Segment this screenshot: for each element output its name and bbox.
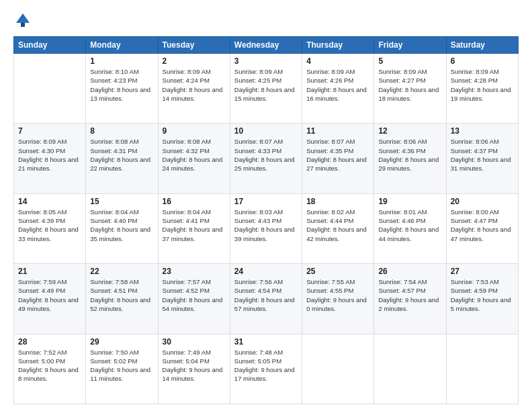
calendar-cell: 18Sunrise: 8:02 AMSunset: 4:44 PMDayligh… — [302, 193, 374, 263]
day-number: 10 — [234, 126, 298, 136]
day-info: Sunrise: 8:07 AMSunset: 4:33 PMDaylight:… — [234, 137, 298, 173]
day-number: 3 — [234, 56, 298, 66]
calendar-cell — [302, 334, 374, 404]
day-number: 30 — [163, 337, 226, 347]
day-number: 28 — [18, 337, 81, 347]
calendar-cell: 21Sunrise: 7:59 AMSunset: 4:49 PMDayligh… — [14, 264, 86, 334]
day-info: Sunrise: 7:53 AMSunset: 4:59 PMDaylight:… — [451, 277, 514, 313]
day-info: Sunrise: 8:04 AMSunset: 4:41 PMDaylight:… — [163, 208, 226, 243]
calendar-cell: 9Sunrise: 8:08 AMSunset: 4:32 PMDaylight… — [158, 124, 230, 193]
day-number: 11 — [306, 126, 369, 136]
calendar-cell: 11Sunrise: 8:07 AMSunset: 4:35 PMDayligh… — [302, 124, 374, 193]
calendar-cell: 12Sunrise: 8:06 AMSunset: 4:36 PMDayligh… — [374, 124, 446, 193]
day-info: Sunrise: 8:07 AMSunset: 4:35 PMDaylight:… — [306, 137, 369, 173]
calendar-cell: 2Sunrise: 8:09 AMSunset: 4:24 PMDaylight… — [158, 54, 230, 124]
day-number: 6 — [451, 56, 514, 66]
calendar-cell — [374, 334, 446, 404]
day-number: 21 — [18, 267, 81, 276]
calendar-week-row: 28Sunrise: 7:52 AMSunset: 5:00 PMDayligh… — [14, 334, 519, 404]
day-info: Sunrise: 7:56 AMSunset: 4:54 PMDaylight:… — [234, 277, 298, 313]
day-number: 7 — [18, 126, 81, 136]
calendar-cell: 20Sunrise: 8:00 AMSunset: 4:47 PMDayligh… — [446, 193, 518, 263]
day-info: Sunrise: 8:00 AMSunset: 4:47 PMDaylight:… — [451, 208, 514, 243]
day-number: 4 — [306, 56, 369, 66]
weekday-header: Friday — [374, 37, 446, 54]
calendar-cell: 15Sunrise: 8:04 AMSunset: 4:40 PMDayligh… — [86, 193, 158, 263]
logo-icon — [13, 11, 32, 30]
day-number: 2 — [163, 56, 226, 66]
day-number: 14 — [18, 197, 81, 206]
weekday-header: Sunday — [14, 37, 86, 54]
day-number: 12 — [378, 126, 441, 136]
calendar-cell: 8Sunrise: 8:08 AMSunset: 4:31 PMDaylight… — [86, 124, 158, 193]
weekday-header: Tuesday — [158, 37, 230, 54]
day-info: Sunrise: 7:58 AMSunset: 4:51 PMDaylight:… — [90, 277, 153, 313]
day-number: 9 — [163, 126, 226, 136]
calendar-cell: 30Sunrise: 7:49 AMSunset: 5:04 PMDayligh… — [158, 334, 230, 404]
weekday-header: Monday — [86, 37, 158, 54]
calendar-cell: 24Sunrise: 7:56 AMSunset: 4:54 PMDayligh… — [230, 264, 302, 334]
calendar-cell: 10Sunrise: 8:07 AMSunset: 4:33 PMDayligh… — [230, 124, 302, 193]
day-info: Sunrise: 7:54 AMSunset: 4:57 PMDaylight:… — [378, 277, 441, 313]
svg-rect-1 — [21, 23, 25, 27]
calendar-cell: 23Sunrise: 7:57 AMSunset: 4:52 PMDayligh… — [158, 264, 230, 334]
calendar-cell — [14, 54, 86, 124]
calendar-cell: 5Sunrise: 8:09 AMSunset: 4:27 PMDaylight… — [374, 54, 446, 124]
day-number: 16 — [163, 197, 226, 206]
day-number: 1 — [90, 56, 153, 66]
day-number: 18 — [306, 197, 369, 206]
day-info: Sunrise: 8:09 AMSunset: 4:26 PMDaylight:… — [306, 67, 369, 103]
day-info: Sunrise: 8:01 AMSunset: 4:46 PMDaylight:… — [378, 208, 441, 243]
day-number: 15 — [90, 197, 153, 206]
day-info: Sunrise: 8:09 AMSunset: 4:25 PMDaylight:… — [234, 67, 298, 103]
calendar-week-row: 7Sunrise: 8:09 AMSunset: 4:30 PMDaylight… — [14, 124, 519, 193]
svg-marker-0 — [16, 13, 30, 23]
calendar-week-row: 1Sunrise: 8:10 AMSunset: 4:23 PMDaylight… — [14, 54, 519, 124]
day-info: Sunrise: 8:09 AMSunset: 4:30 PMDaylight:… — [18, 137, 81, 173]
header — [13, 11, 519, 30]
day-info: Sunrise: 7:57 AMSunset: 4:52 PMDaylight:… — [163, 277, 226, 313]
calendar-cell: 13Sunrise: 8:06 AMSunset: 4:37 PMDayligh… — [446, 124, 518, 193]
day-number: 25 — [306, 267, 369, 276]
calendar-cell: 26Sunrise: 7:54 AMSunset: 4:57 PMDayligh… — [374, 264, 446, 334]
weekday-header: Saturday — [446, 37, 518, 54]
calendar-cell: 14Sunrise: 8:05 AMSunset: 4:39 PMDayligh… — [14, 193, 86, 263]
calendar-cell: 27Sunrise: 7:53 AMSunset: 4:59 PMDayligh… — [446, 264, 518, 334]
day-number: 22 — [90, 267, 153, 276]
day-info: Sunrise: 8:09 AMSunset: 4:28 PMDaylight:… — [451, 67, 514, 103]
page: SundayMondayTuesdayWednesdayThursdayFrid… — [0, 0, 532, 411]
day-info: Sunrise: 8:09 AMSunset: 4:27 PMDaylight:… — [378, 67, 441, 103]
weekday-header: Thursday — [302, 37, 374, 54]
calendar-cell: 16Sunrise: 8:04 AMSunset: 4:41 PMDayligh… — [158, 193, 230, 263]
day-info: Sunrise: 8:08 AMSunset: 4:32 PMDaylight:… — [163, 137, 226, 173]
day-info: Sunrise: 8:03 AMSunset: 4:43 PMDaylight:… — [234, 208, 298, 243]
day-info: Sunrise: 7:50 AMSunset: 5:02 PMDaylight:… — [90, 348, 153, 383]
calendar-cell — [446, 334, 518, 404]
day-number: 17 — [234, 197, 298, 206]
day-info: Sunrise: 8:05 AMSunset: 4:39 PMDaylight:… — [18, 208, 81, 243]
calendar-body: 1Sunrise: 8:10 AMSunset: 4:23 PMDaylight… — [14, 54, 519, 404]
day-info: Sunrise: 7:52 AMSunset: 5:00 PMDaylight:… — [18, 348, 81, 383]
day-info: Sunrise: 7:48 AMSunset: 5:05 PMDaylight:… — [234, 348, 298, 383]
day-info: Sunrise: 8:04 AMSunset: 4:40 PMDaylight:… — [90, 208, 153, 243]
day-number: 29 — [90, 337, 153, 347]
day-info: Sunrise: 8:06 AMSunset: 4:37 PMDaylight:… — [451, 137, 514, 173]
calendar-cell: 6Sunrise: 8:09 AMSunset: 4:28 PMDaylight… — [446, 54, 518, 124]
calendar-cell: 22Sunrise: 7:58 AMSunset: 4:51 PMDayligh… — [86, 264, 158, 334]
calendar-cell: 17Sunrise: 8:03 AMSunset: 4:43 PMDayligh… — [230, 193, 302, 263]
weekday-row: SundayMondayTuesdayWednesdayThursdayFrid… — [14, 37, 519, 54]
day-number: 19 — [378, 197, 441, 206]
day-info: Sunrise: 7:59 AMSunset: 4:49 PMDaylight:… — [18, 277, 81, 313]
weekday-header: Wednesday — [230, 37, 302, 54]
calendar-cell: 29Sunrise: 7:50 AMSunset: 5:02 PMDayligh… — [86, 334, 158, 404]
day-number: 31 — [234, 337, 298, 347]
day-info: Sunrise: 8:02 AMSunset: 4:44 PMDaylight:… — [306, 208, 369, 243]
calendar-week-row: 14Sunrise: 8:05 AMSunset: 4:39 PMDayligh… — [14, 193, 519, 263]
calendar-cell: 7Sunrise: 8:09 AMSunset: 4:30 PMDaylight… — [14, 124, 86, 193]
day-info: Sunrise: 7:49 AMSunset: 5:04 PMDaylight:… — [163, 348, 226, 383]
day-info: Sunrise: 8:09 AMSunset: 4:24 PMDaylight:… — [163, 67, 226, 103]
day-number: 20 — [451, 197, 514, 206]
day-number: 23 — [163, 267, 226, 276]
day-info: Sunrise: 8:08 AMSunset: 4:31 PMDaylight:… — [90, 137, 153, 173]
calendar-cell: 1Sunrise: 8:10 AMSunset: 4:23 PMDaylight… — [86, 54, 158, 124]
